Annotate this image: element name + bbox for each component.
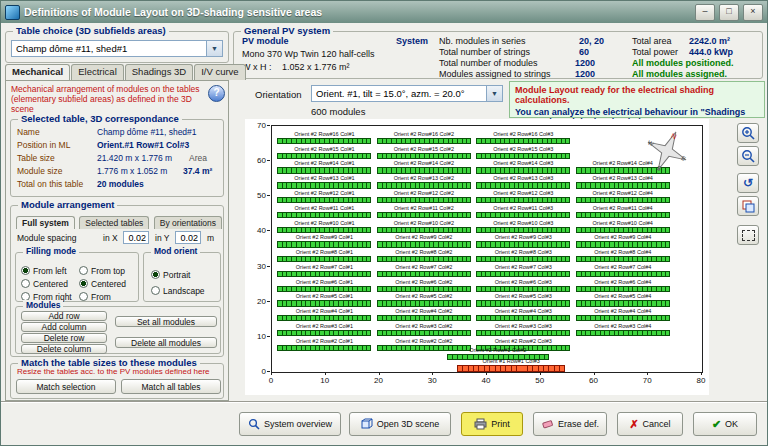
zoom-in-button[interactable] [737,123,759,143]
layout-table[interactable]: Orient #2 Row#5 Col#3 [476,293,570,306]
layout-table[interactable]: Orient #2 Row#3 Col#2 [377,323,471,336]
layout-table[interactable]: Orient #2 Row#14 Col#2 [377,160,471,173]
layout-table[interactable]: Orient #2 Row#9 Col#1 [277,234,371,247]
layout-table[interactable]: Orient #2 Row#9 Col#2 [377,234,471,247]
layout-table[interactable]: Orient #2 Row#5 Col#4 [576,293,670,306]
help-icon[interactable]: ? [208,85,225,102]
layout-table[interactable]: Orient #2 Row#6 Col#4 [576,279,670,292]
copy-chart-button[interactable] [737,196,759,216]
tab-full-system[interactable]: Full system [16,216,75,229]
table-modules-rect [377,271,471,277]
layout-table[interactable]: Orient #2 Row#10 Col#1 [277,220,371,233]
delete-column-button[interactable]: Delete column [21,344,107,354]
spacing-y-input[interactable] [175,231,201,244]
layout-table[interactable]: Orient #2 Row#8 Col#2 [377,249,471,262]
layout-table[interactable]: Orient #2 Row#7 Col#2 [377,264,471,277]
layout-table[interactable]: Orient #2 Row#13 Col#1 [277,175,371,188]
layout-table[interactable]: Orient #2 Row#11 Col#3 [476,205,570,218]
layout-table[interactable]: Orient #2 Row#8 Col#1 [277,249,371,262]
table-modules-rect [377,241,471,247]
layout-table[interactable]: Orient #2 Row#11 Col#1 [277,205,371,218]
delete-row-button[interactable]: Delete row [21,333,107,343]
radio-icon[interactable] [151,270,160,279]
radio-icon[interactable] [79,292,88,301]
layout-table[interactable]: Orient #2 Row#13 Col#3 [476,175,570,188]
layout-table[interactable]: Orient #2 Row#7 Col#4 [576,264,670,277]
chevron-down-icon[interactable]: ▼ [486,86,502,101]
erase-def-button[interactable]: Erase def. [533,412,607,436]
tab-iv-curve[interactable]: I/V curve [194,64,246,80]
print-button[interactable]: Print [461,412,523,436]
layout-table[interactable]: Orient #2 Row#2 Col#1 [277,338,371,351]
layout-table[interactable]: Orient #2 Row#5 Col#2 [377,293,471,306]
layout-table[interactable]: Orient #2 Row#13 Col#4 [576,175,670,188]
system-overview-button[interactable]: System overview [239,412,341,436]
layout-table[interactable]: Orient #2 Row#4 Col#4 [576,308,670,321]
layout-table[interactable]: Orient #2 Row#6 Col#2 [377,279,471,292]
close-button[interactable]: × [743,4,763,21]
add-column-button[interactable]: Add column [21,322,107,332]
layout-table[interactable]: Orient #2 Row#7 Col#1 [277,264,371,277]
radio-landscape[interactable]: Landscape [151,280,205,298]
layout-table[interactable]: Orient #2 Row#8 Col#4 [576,249,670,262]
layout-table[interactable]: Orient #2 Row#16 Col#3 [476,131,570,144]
select-zone-button[interactable] [737,225,759,245]
table-label: Orient #2 Row#7 Col#4 [576,264,670,271]
spacing-x-input[interactable] [123,231,149,244]
cancel-button[interactable]: ✗ Cancel [617,412,683,436]
layout-table[interactable]: Orient #2 Row#3 Col#4 [576,323,670,336]
layout-table[interactable]: Orient #2 Row#3 Col#3 [476,323,570,336]
layout-table[interactable]: Orient #2 Row#12 Col#3 [476,190,570,203]
ok-button[interactable]: ✔ OK [693,412,757,436]
match-selection-button[interactable]: Match selection [16,379,116,394]
table-choice-dropdown[interactable]: Champ dôme #11, shed#1 ▼ [11,40,223,57]
tab-by-orientations[interactable]: By orientations [154,216,222,229]
layout-table[interactable]: Orient #2 Row#8 Col#3 [476,249,570,262]
layout-table[interactable]: Orient #2 Row#12 Col#2 [377,190,471,203]
chevron-down-icon[interactable]: ▼ [206,41,222,56]
zoom-reset-button[interactable]: ↺ [737,173,759,193]
layout-table[interactable]: Orient #2 Row#4 Col#3 [476,308,570,321]
layout-table[interactable]: Orient #2 Row#7 Col#3 [476,264,570,277]
add-row-button[interactable]: Add row [21,311,107,321]
layout-table[interactable]: Orient #2 Row#5 Col#1 [277,293,371,306]
tab-electrical[interactable]: Electrical [71,64,124,80]
layout-table[interactable]: Orient #2 Row#9 Col#4 [576,234,670,247]
layout-table[interactable]: Orient #2 Row#10 Col#2 [377,220,471,233]
layout-table[interactable]: Orient #2 Row#15 Col#1 [277,146,371,159]
maximize-button[interactable]: □ [719,4,739,21]
layout-table[interactable]: Orient #2 Row#15 Col#3 [476,146,570,159]
layout-table-selected[interactable]: Orient #1 Row#1 Col#3 [457,358,565,371]
layout-table[interactable]: Orient #2 Row#10 Col#4 [576,220,670,233]
match-all-tables-button[interactable]: Match all tables [121,379,221,394]
layout-table[interactable]: Orient #2 Row#6 Col#1 [277,279,371,292]
delete-all-modules-button[interactable]: Delete all modules [115,337,217,348]
layout-table[interactable]: Orient #2 Row#4 Col#2 [377,308,471,321]
tab-shadings-3d[interactable]: Shadings 3D [125,64,193,80]
layout-table[interactable]: Orient #2 Row#13 Col#2 [377,175,471,188]
layout-table[interactable]: Orient #2 Row#14 Col#3 [476,160,570,173]
layout-table[interactable]: Orient #2 Row#10 Col#3 [476,220,570,233]
layout-table[interactable]: Orient #2 Row#15 Col#2 [377,146,471,159]
layout-table[interactable]: Orient #2 Row#6 Col#3 [476,279,570,292]
orientation-dropdown[interactable]: Orient. #1, tilt = 15.0°, azm. = 20.0° ▼ [311,85,503,102]
mechanical-panel: Mechanical arrangement of modules on the… [5,80,229,401]
layout-table[interactable]: Orient #2 Row#9 Col#3 [476,234,570,247]
layout-table[interactable]: Orient #2 Row#14 Col#1 [277,160,371,173]
layout-table[interactable]: Orient #2 Row#11 Col#4 [576,205,670,218]
tab-selected-tables[interactable]: Selected tables [79,216,149,229]
layout-table[interactable]: Orient #2 Row#12 Col#4 [576,190,670,203]
radio-icon[interactable] [151,286,160,295]
layout-table[interactable]: Orient #2 Row#4 Col#1 [277,308,371,321]
layout-table[interactable]: Orient #2 Row#16 Col#2 [377,131,471,144]
layout-table[interactable]: Orient #2 Row#3 Col#1 [277,323,371,336]
layout-table[interactable]: Orient #2 Row#12 Col#1 [277,190,371,203]
table-label: Orient #2 Row#11 Col#2 [377,205,471,212]
minimize-button[interactable]: – [695,4,715,21]
table-label: Orient #2 Row#7 Col#3 [476,264,570,271]
layout-table[interactable]: Orient #2 Row#16 Col#1 [277,131,371,144]
open-3d-scene-button[interactable]: Open 3D scene [349,412,451,436]
zoom-out-button[interactable] [737,146,759,166]
layout-table[interactable]: Orient #2 Row#11 Col#2 [377,205,471,218]
set-all-modules-button[interactable]: Set all modules [115,316,217,327]
